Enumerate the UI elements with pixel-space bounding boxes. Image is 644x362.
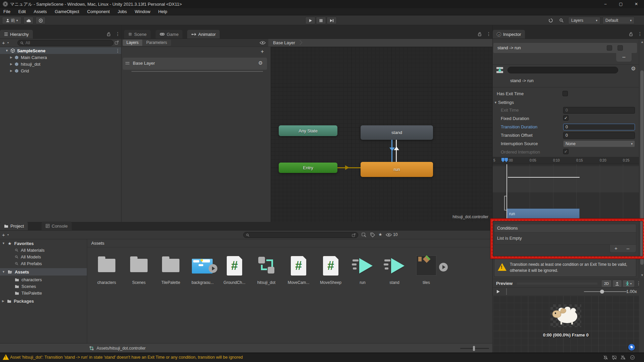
tree-row-all-materials[interactable]: All Materials bbox=[0, 247, 87, 253]
settings-foldout-icon[interactable]: ▼ bbox=[494, 101, 497, 104]
alerts-muted-icon[interactable] bbox=[621, 355, 626, 360]
tree-row-all-prefabs[interactable]: All Prefabs bbox=[0, 260, 87, 267]
lock-icon[interactable] bbox=[107, 32, 111, 36]
preview-drag-handle[interactable] bbox=[517, 283, 597, 283]
collab-target-button[interactable] bbox=[36, 17, 46, 24]
status-message[interactable]: Asset 'hitsuji_dot': Transition 'stand -… bbox=[10, 355, 243, 360]
step-button[interactable] bbox=[327, 17, 337, 24]
tab-game[interactable]: Game bbox=[156, 30, 182, 39]
timeline-clip-run[interactable]: run bbox=[506, 208, 580, 220]
tab-project[interactable]: Project bbox=[0, 222, 28, 230]
layer-item-base-layer[interactable]: Base Layer ⚙ bbox=[123, 58, 267, 70]
playhead-line[interactable] bbox=[506, 164, 507, 220]
state-node-any-state[interactable]: Any State bbox=[279, 125, 337, 136]
notifications-muted-icon[interactable] bbox=[603, 355, 608, 360]
slider-handle[interactable] bbox=[600, 290, 604, 294]
label-tag-icon[interactable] bbox=[370, 233, 375, 237]
tree-row-favorites[interactable]: ▼ ★ Favorites bbox=[0, 240, 87, 247]
state-node-stand[interactable]: stand bbox=[361, 125, 433, 140]
play-button[interactable] bbox=[305, 17, 315, 24]
play-preview-icon[interactable] bbox=[209, 264, 217, 273]
preview-play-icon[interactable] bbox=[496, 290, 500, 294]
scene-menu-icon[interactable]: ⋮ bbox=[115, 48, 120, 53]
add-condition-button[interactable]: + bbox=[614, 245, 618, 251]
subtab-layers[interactable]: Layers bbox=[123, 40, 142, 46]
grid-pane-breadcrumb[interactable]: Assets bbox=[91, 241, 104, 246]
account-button[interactable]: 前 ▾ bbox=[2, 17, 21, 24]
menu-help[interactable]: Help bbox=[155, 8, 171, 15]
hidden-count-eye-icon[interactable] bbox=[386, 233, 392, 237]
tab-hierarchy[interactable]: Hierarchy bbox=[0, 30, 33, 39]
foldout-arrow-icon[interactable]: ▼ bbox=[5, 49, 8, 52]
transition-name-field[interactable] bbox=[507, 67, 618, 73]
pause-button[interactable] bbox=[316, 17, 326, 24]
lock-icon[interactable] bbox=[478, 32, 482, 36]
hierarchy-menu-icon[interactable]: ⋮ bbox=[115, 31, 120, 37]
transition-duration-marker[interactable] bbox=[508, 177, 580, 178]
remove-transition-button[interactable]: – bbox=[616, 53, 632, 62]
preview-viewport[interactable]: 0:00 (000.0%) Frame 0 bbox=[493, 296, 639, 353]
search-button[interactable] bbox=[557, 17, 566, 24]
drag-handle-icon[interactable] bbox=[125, 62, 129, 63]
preview-pivot-icon[interactable] bbox=[613, 280, 622, 287]
panel-menu-icon[interactable]: ⋮ bbox=[486, 31, 491, 37]
scrollbar-thumb[interactable] bbox=[640, 70, 644, 265]
menu-file[interactable]: File bbox=[0, 8, 14, 15]
remove-condition-button[interactable]: – bbox=[627, 245, 629, 251]
tree-row-scenes[interactable]: Scenes bbox=[0, 283, 87, 290]
maximize-button[interactable]: ▢ bbox=[613, 0, 629, 8]
hierarchy-search-input[interactable] bbox=[25, 41, 111, 45]
playhead-flag-icon[interactable] bbox=[501, 158, 504, 162]
menu-component[interactable]: Component bbox=[84, 8, 113, 15]
exit-time-field[interactable]: 0 bbox=[563, 107, 635, 114]
foldout-arrow-icon[interactable]: ▶ bbox=[10, 69, 12, 72]
eye-icon[interactable] bbox=[260, 41, 266, 45]
lock-icon[interactable] bbox=[629, 32, 633, 36]
minimize-button[interactable]: – bbox=[598, 0, 613, 8]
cloud-button[interactable] bbox=[23, 17, 34, 24]
timeline-body[interactable]: run bbox=[493, 164, 639, 220]
hierarchy-search[interactable] bbox=[17, 40, 113, 46]
gear-icon[interactable]: ⚙ bbox=[258, 60, 263, 66]
interruption-source-dropdown[interactable]: None ▾ bbox=[563, 140, 635, 147]
foldout-arrow-icon[interactable]: ▶ bbox=[10, 56, 12, 59]
project-search-input[interactable] bbox=[251, 233, 350, 237]
transition-run-to-stand[interactable] bbox=[396, 140, 397, 162]
fixed-duration-checkbox[interactable]: ✓ bbox=[563, 115, 569, 121]
preview-header[interactable]: Preview 2D ▾ ⋮ bbox=[493, 279, 639, 288]
pin-window-icon[interactable] bbox=[352, 233, 356, 237]
hierarchy-row-hitsuji-dot[interactable]: ▶ hitsuji_dot bbox=[0, 61, 121, 67]
tab-scene[interactable]: Scene bbox=[124, 30, 151, 39]
inspector-scrollbar[interactable]: ▲ ▼ bbox=[639, 39, 644, 278]
gear-icon[interactable]: ⚙ bbox=[631, 65, 636, 72]
pin-window-icon[interactable] bbox=[115, 41, 119, 45]
background-tasks-icon[interactable] bbox=[630, 355, 635, 360]
search-by-type-icon[interactable] bbox=[362, 233, 366, 237]
timeline-ruler[interactable]: 5 :00 0:05 0:10 0:15 0:20 0:25 bbox=[493, 157, 639, 164]
hierarchy-row-main-camera[interactable]: ▶ Main Camera bbox=[0, 54, 121, 61]
foldout-arrow-icon[interactable]: ▶ bbox=[2, 299, 4, 303]
foldout-arrow-icon[interactable]: ▼ bbox=[2, 270, 5, 274]
close-button[interactable]: ✕ bbox=[629, 0, 644, 8]
layout-dropdown[interactable]: Default ▾ bbox=[602, 17, 635, 24]
state-node-entry[interactable]: Entry bbox=[279, 163, 337, 173]
create-asset-button[interactable]: + bbox=[2, 232, 5, 238]
scroll-up-icon[interactable]: ▲ bbox=[641, 40, 644, 44]
play-preview-icon[interactable] bbox=[439, 263, 448, 272]
global-status-bar[interactable]: Asset 'hitsuji_dot': Transition 'stand -… bbox=[0, 353, 644, 362]
tree-row-all-models[interactable]: All Models bbox=[0, 253, 87, 260]
project-search[interactable] bbox=[243, 232, 358, 238]
menu-jobs[interactable]: Jobs bbox=[114, 8, 130, 15]
preview-avatar-button[interactable]: ▾ bbox=[623, 280, 634, 287]
messages-muted-icon[interactable] bbox=[612, 355, 617, 360]
hierarchy-row-grid[interactable]: ▶ Grid bbox=[0, 67, 121, 74]
has-exit-time-checkbox[interactable] bbox=[562, 91, 568, 96]
tree-row-assets[interactable]: ▼ Assets bbox=[0, 268, 87, 276]
transition-header[interactable]: stand -> run bbox=[493, 43, 637, 53]
preview-menu-icon[interactable]: ⋮ bbox=[636, 281, 641, 286]
menu-window[interactable]: Window bbox=[131, 8, 154, 15]
transition-name-input[interactable] bbox=[510, 68, 616, 73]
add-layer-button[interactable]: + bbox=[259, 49, 266, 55]
tree-row-packages[interactable]: ▶ Packages bbox=[0, 298, 87, 304]
scroll-down-icon[interactable]: ▼ bbox=[641, 274, 644, 277]
